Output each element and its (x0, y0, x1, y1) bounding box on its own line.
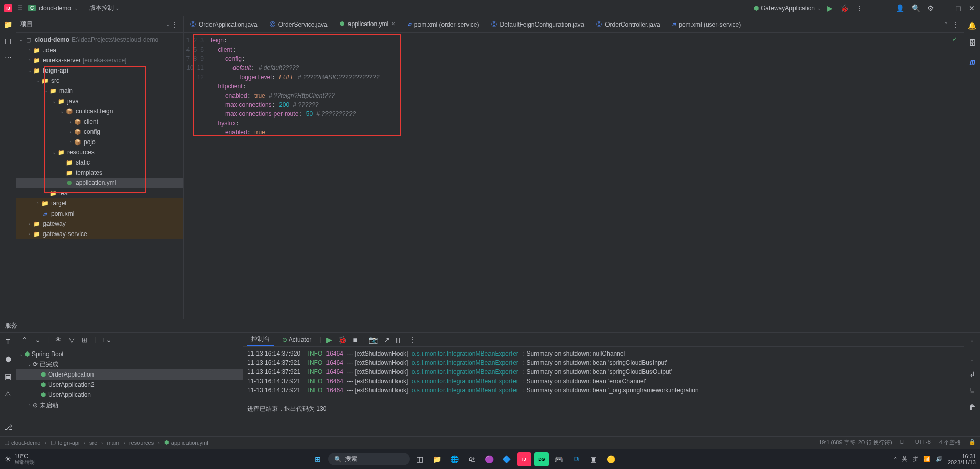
breadcrumb[interactable]: ▢cloud-demo› ▢feign-api› src› main› reso… (4, 439, 208, 446)
tree-row-target[interactable]: ›📁target (16, 198, 183, 208)
svc-view-icon[interactable]: 👁 (54, 335, 63, 345)
tree-row-main[interactable]: ⌄📁main (16, 86, 183, 96)
services-text-icon[interactable]: T (5, 337, 11, 347)
svc-notstarted-group[interactable]: ›⊘未启动 (16, 400, 243, 410)
start-button[interactable]: ⊞ (311, 452, 325, 466)
vcs-menu[interactable]: 版本控制 ⌄ (89, 4, 120, 12)
clock-date[interactable]: 2023/11/13 (948, 459, 976, 465)
tree-row-client[interactable]: ›📦client (16, 116, 183, 127)
tree-row-idea[interactable]: ›📁.idea (16, 45, 183, 55)
chevron-down-icon[interactable]: ⌄ (166, 22, 170, 27)
svc-done-group[interactable]: ⌄⟳已完成 (16, 359, 243, 369)
chevron-down-icon[interactable]: ⌄ (74, 6, 78, 11)
panel-more-icon[interactable]: ⋮ (170, 19, 179, 30)
app-icon-3[interactable]: 🎮 (552, 452, 566, 466)
svc-user-app[interactable]: ⬢UserApplication (16, 390, 243, 400)
tree-row-appyml[interactable]: ⬢application.yml (16, 178, 183, 188)
more-tool-icon[interactable]: ⋯ (5, 53, 12, 61)
services-terminal-icon[interactable]: ▣ (4, 371, 12, 382)
maximize-icon[interactable]: ◻ (954, 3, 963, 13)
tab-close-icon[interactable]: ✕ (391, 21, 395, 27)
tab-pom-order[interactable]: mpom.xml (order-service) (402, 16, 485, 33)
clear-icon[interactable]: 🗑 (968, 402, 977, 412)
tray-chevron-icon[interactable]: ^ (894, 456, 897, 462)
vscode-icon[interactable]: ⧉ (569, 452, 584, 466)
editor-content[interactable]: 1 2 3 4 5 6 7 8 9 10 11 12 feign: client… (184, 33, 964, 319)
chrome-icon[interactable]: 🟡 (604, 452, 618, 466)
project-tool-icon[interactable]: 📁 (4, 20, 12, 29)
svc-add-icon[interactable]: ⊞ (81, 335, 89, 345)
notifications-icon[interactable]: 🔔 (967, 20, 977, 31)
tree-row-test[interactable]: ›📁test (16, 188, 183, 198)
tree-row-resources[interactable]: ⌄📁resources (16, 147, 183, 157)
ime-method[interactable]: 拼 (913, 455, 918, 463)
status-position[interactable]: 19:1 (689 字符, 20 行 换行符) (819, 439, 892, 447)
status-lf[interactable]: LF (900, 439, 907, 447)
task-view-icon[interactable]: ◫ (413, 452, 427, 466)
tree-row-eureka[interactable]: ›📁eureka-server[eureka-service] (16, 55, 183, 65)
project-tree[interactable]: ⌄▢ cloud-demo E:\IdeaProjects\test\cloud… (16, 33, 183, 319)
console-out-icon[interactable]: ↗ (383, 335, 391, 345)
minimize-icon[interactable]: — (940, 3, 949, 13)
wrap-icon[interactable]: ↲ (968, 369, 976, 380)
status-encoding[interactable]: UTF-8 (915, 439, 931, 447)
ime-lang[interactable]: 英 (902, 455, 907, 463)
console-run-icon[interactable]: ▶ (325, 335, 333, 345)
more-actions-icon[interactable]: ⋮ (855, 3, 864, 13)
tree-row-gateway[interactable]: ›📁gateway (16, 219, 183, 229)
close-window-icon[interactable]: ✕ (968, 3, 976, 13)
console-layout-icon[interactable]: ◫ (395, 335, 404, 345)
svc-order-app[interactable]: ⬢OrderApplication (16, 369, 243, 380)
code-editor[interactable]: feign: client: config: default: # defaul… (208, 33, 964, 319)
console-stop-icon[interactable]: ■ (352, 335, 358, 345)
datagrip-icon[interactable]: DG (534, 452, 549, 466)
tab-application-yml[interactable]: ⬢application.yml✕ (334, 16, 402, 33)
tabs-more-icon[interactable]: ⋮ (951, 19, 961, 30)
settings-icon[interactable]: ⚙ (926, 3, 935, 13)
svc-collapse-up-icon[interactable]: ⌃ (20, 335, 29, 345)
console-more-icon[interactable]: ⋮ (408, 335, 417, 345)
print-icon[interactable]: 🖶 (968, 386, 977, 396)
database-icon[interactable]: 🗄 (968, 38, 977, 48)
store-icon[interactable]: 🛍 (465, 452, 479, 466)
explorer-icon[interactable]: 📁 (430, 452, 445, 466)
actuator-tab[interactable]: ⊙ Actuator (278, 334, 315, 345)
terminal-icon[interactable]: ▣ (587, 452, 601, 466)
services-run-icon[interactable]: ⬢ (4, 354, 12, 364)
tab-pom-user[interactable]: mpom.xml (user-service) (666, 16, 748, 33)
status-lock-icon[interactable]: 🔒 (969, 439, 976, 447)
svc-springboot[interactable]: ⌄⬢Spring Boot (16, 349, 243, 359)
console-output[interactable]: 11-13 16:14:37:920 INFO 16464 --- [extSh… (243, 347, 964, 436)
tab-order-service[interactable]: ⒸOrderService.java (264, 16, 334, 33)
scroll-top-icon[interactable]: ↑ (969, 337, 975, 347)
tree-row-templates[interactable]: 📁templates (16, 168, 183, 178)
svc-filter-icon[interactable]: ▽ (68, 335, 76, 345)
user-icon[interactable]: 👤 (895, 3, 905, 13)
tree-row-static[interactable]: 📁static (16, 157, 183, 168)
structure-tool-icon[interactable]: ◫ (5, 37, 11, 45)
intellij-icon[interactable]: IJ (517, 452, 531, 466)
tab-default-feign[interactable]: ⒸDefaultFeignConfiguration.java (485, 16, 590, 33)
project-name[interactable]: cloud-demo (39, 5, 71, 12)
search-box[interactable]: 🔍搜索 (328, 453, 410, 465)
wifi-icon[interactable]: 📶 (923, 456, 930, 462)
edge-icon[interactable]: 🌐 (448, 452, 462, 466)
console-debug-icon[interactable]: 🐞 (337, 335, 348, 345)
console-tab[interactable]: 控制台 (247, 333, 274, 346)
volume-icon[interactable]: 🔊 (936, 456, 943, 462)
debug-button[interactable]: 🐞 (839, 3, 850, 13)
main-menu-icon[interactable]: ☰ (15, 4, 25, 13)
inspection-ok-icon[interactable]: ✓ (952, 36, 958, 43)
status-indent[interactable]: 4 个空格 (939, 439, 961, 447)
tree-row-gateway-svc[interactable]: ›📁gateway-service (16, 229, 183, 239)
tab-order-controller[interactable]: ⒸOrderController.java (590, 16, 666, 33)
tree-row-pom[interactable]: mpom.xml (16, 208, 183, 219)
app-icon-1[interactable]: 🟣 (482, 452, 497, 466)
tabs-dropdown-icon[interactable]: ⌄ (944, 19, 948, 30)
weather-widget[interactable]: ☀ 18°C 局部晴朗 (4, 453, 35, 465)
tree-row-src[interactable]: ⌄📁src (16, 76, 183, 86)
tree-row-root[interactable]: ⌄▢ cloud-demo E:\IdeaProjects\test\cloud… (16, 35, 183, 45)
console-camera-icon[interactable]: 📷 (368, 335, 379, 345)
run-button[interactable]: ▶ (826, 3, 834, 13)
tab-order-app[interactable]: ⒸOrderApplication.java (184, 16, 264, 33)
